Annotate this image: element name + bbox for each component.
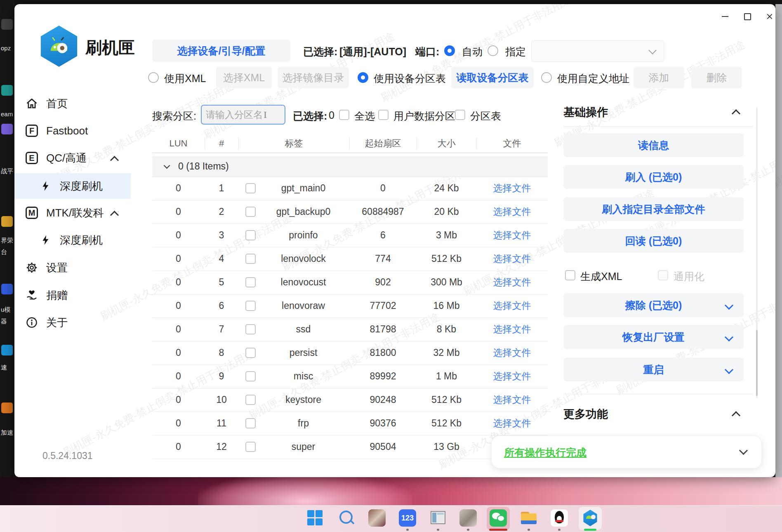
search-input[interactable]: 请输入分区名 I [201,105,285,125]
row-checkbox[interactable] [245,418,256,428]
reboot-button[interactable]: 重启 [563,358,744,381]
row-checkbox[interactable] [245,207,256,217]
use-xml-radio[interactable] [148,72,159,83]
generate-xml-checkbox[interactable] [565,270,575,280]
userdata-partition-checkbox[interactable] [378,110,389,120]
delete-button[interactable]: 删除 [691,67,742,88]
choose-file-link[interactable]: 选择文件 [476,412,548,435]
scrollbar-thumb[interactable] [756,330,758,396]
desktop-icon[interactable] [1,85,13,96]
sidebar-item-label: 首页 [46,97,68,111]
read-device-table-button[interactable]: 读取设备分区表 [451,67,534,88]
choose-file-link[interactable]: 选择文件 [476,341,548,365]
choose-file-link[interactable]: 选择文件 [476,200,548,224]
universalize-checkbox[interactable] [658,270,668,280]
row-checkbox[interactable] [245,183,256,193]
sidebar-item-settings[interactable]: 设置 [14,256,131,279]
taskbar-calculator-icon[interactable]: 123 [399,509,416,527]
desktop-icon[interactable] [1,345,13,355]
cell-start-sector: 90376 [349,412,417,435]
taskbar-game-icon[interactable] [368,509,386,527]
row-checkbox[interactable] [245,395,256,405]
choose-file-link[interactable]: 选择文件 [476,247,548,271]
cell-lun: 0 [152,271,205,294]
column-header-start-sector[interactable]: 起始扇区 [349,134,417,153]
select-xml-button[interactable]: 选择XML [216,67,272,88]
cell-lun: 0 [152,388,205,412]
close-button[interactable] [761,10,775,23]
select-all-checkbox[interactable] [339,110,349,120]
column-header-num[interactable]: # [205,134,238,153]
minimize-icon [722,16,728,17]
row-checkbox[interactable] [245,371,256,381]
row-checkbox[interactable] [245,301,256,311]
choose-file-link[interactable]: 选择文件 [476,177,548,200]
flash-directory-button[interactable]: 刷入指定目录全部文件 [563,197,744,221]
erase-button[interactable]: 擦除 (已选0) [563,293,744,317]
column-header-file[interactable]: 文件 [476,134,548,153]
column-header-size[interactable]: 大小 [417,134,476,153]
taskbar-qq-icon[interactable] [551,509,568,527]
desktop-icon[interactable] [1,216,13,227]
search-partition-label: 搜索分区: [152,109,196,123]
desktop-icon[interactable] [1,19,13,30]
chevron-up-icon[interactable] [732,109,740,118]
use-custom-address-radio[interactable] [541,72,552,83]
minimize-button[interactable] [717,10,733,23]
add-button[interactable]: 添加 [634,67,684,88]
cell-num: 12 [205,435,238,459]
taskbar-avatar-icon[interactable] [459,509,477,527]
taskbar [0,505,782,532]
port-auto-radio[interactable] [444,45,455,56]
sidebar-item-label: 捐赠 [46,288,68,303]
sidebar-item-donate[interactable]: 捐赠 [14,284,131,307]
desktop-icon[interactable] [1,284,13,294]
taskbar-wechat-icon[interactable] [490,509,507,527]
row-checkbox[interactable] [245,254,256,264]
choose-file-link[interactable]: 选择文件 [476,294,548,318]
row-checkbox[interactable] [245,277,256,287]
table-row: 0 4 lenovolock 774 512 Kb 选择文件 [152,247,548,271]
choose-file-link[interactable]: 选择文件 [476,365,548,388]
choose-file-link[interactable]: 选择文件 [476,224,548,247]
lun-group-row[interactable]: 0 (18 Items) [152,156,548,177]
select-device-button[interactable]: 选择设备/引导/配置 [152,40,290,62]
row-checkbox[interactable] [245,324,256,334]
desktop-icon[interactable] [1,403,13,413]
column-header-label[interactable]: 标签 [238,134,349,153]
choose-file-link[interactable]: 选择文件 [476,318,548,341]
sidebar-item-qualcomm[interactable]: E QC/高通 [14,146,131,169]
sidebar-item-about[interactable]: 关于 [14,311,131,334]
row-checkbox[interactable] [245,230,256,240]
desktop-icon[interactable] [1,124,13,134]
row-checkbox[interactable] [245,442,256,452]
sidebar-item-deep-flash-mtk[interactable]: 深度刷机 [14,228,131,252]
taskbar-explorer-icon[interactable] [520,509,537,527]
chevron-down-icon [725,333,733,341]
factory-reset-button[interactable]: 恢复出厂设置 [563,325,744,349]
status-card[interactable]: 所有操作执行完成 [491,435,762,468]
read-info-button[interactable]: 读信息 [563,133,744,157]
maximize-button[interactable] [739,10,756,23]
taskbar-start-button[interactable] [306,509,324,527]
flash-button[interactable]: 刷入 (已选0) [563,165,744,189]
partition-table-checkbox[interactable] [455,110,465,120]
sidebar-item-deep-flash-qc[interactable]: 深度刷机 [14,173,131,199]
taskbar-search-button[interactable] [338,509,355,527]
port-manual-radio[interactable] [488,45,498,56]
readback-button[interactable]: 回读 (已选0) [563,229,744,253]
cell-size: 300 Mb [417,271,476,294]
choose-file-link[interactable]: 选择文件 [476,388,548,412]
port-select-dropdown[interactable] [531,40,664,62]
choose-file-link[interactable]: 选择文件 [476,271,548,294]
sidebar-item-mtk[interactable]: M MTK/联发科 [14,201,131,224]
sidebar-item-home[interactable]: 首页 [14,92,131,115]
select-image-dir-button[interactable]: 选择镜像目录 [278,67,349,88]
chevron-up-icon[interactable] [732,411,740,420]
sidebar-item-fastboot[interactable]: F Fastboot [14,119,131,142]
row-checkbox[interactable] [245,348,256,358]
column-header-lun[interactable]: LUN [152,134,205,153]
use-device-table-radio[interactable] [358,72,368,83]
taskbar-system-window-icon[interactable] [429,509,447,527]
taskbar-shuajixia-icon[interactable] [582,509,599,527]
